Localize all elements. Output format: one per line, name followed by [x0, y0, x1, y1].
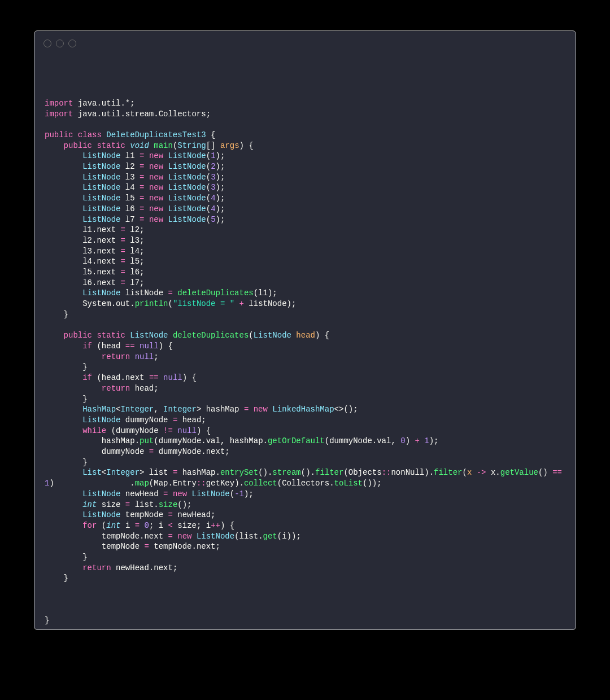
minimize-icon[interactable] — [56, 40, 64, 47]
title-bar — [34, 31, 576, 56]
code-window: import java.util.*; import java.util.str… — [34, 30, 576, 630]
close-icon[interactable] — [43, 40, 51, 47]
code-content: import java.util.*; import java.util.str… — [34, 56, 576, 636]
zoom-icon[interactable] — [68, 40, 76, 47]
